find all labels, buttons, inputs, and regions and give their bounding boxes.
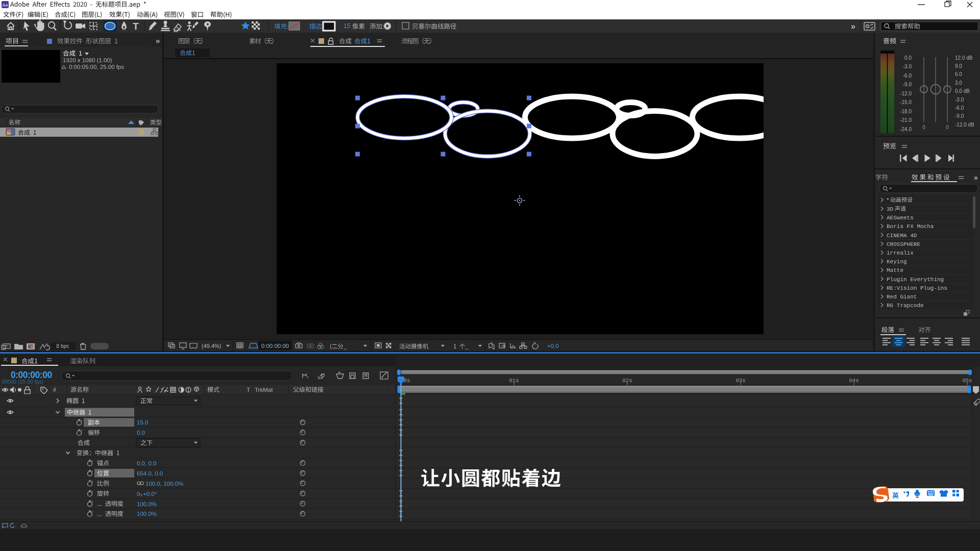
svg-text:RG Trapcode: RG Trapcode xyxy=(887,303,924,309)
svg-text:+0.0: +0.0 xyxy=(547,343,559,349)
svg-text:980 x 551 (1.00): 980 x 551 (1.00) xyxy=(63,57,112,63)
svg-text:-12.0: -12.0 xyxy=(900,91,912,96)
svg-text:Keying: Keying xyxy=(887,259,907,265)
svg-text:-21.0: -21.0 xyxy=(900,117,912,123)
svg-text:T: T xyxy=(133,21,139,32)
svg-text:TrkMat: TrkMat xyxy=(255,387,273,393)
svg-text:AESweets: AESweets xyxy=(887,215,914,221)
svg-text:CROSSPHERE: CROSSPHERE xyxy=(887,241,920,247)
svg-text:RE:Vision Plug-ins: RE:Vision Plug-ins xyxy=(887,285,947,291)
svg-text:12.0 dB: 12.0 dB xyxy=(955,55,973,61)
svg-text:15: 15 xyxy=(344,22,351,30)
svg-text:Red Giant: Red Giant xyxy=(887,294,917,300)
svg-text:0.0, 0.0: 0.0, 0.0 xyxy=(137,460,156,466)
svg-text:-18.0: -18.0 xyxy=(900,109,912,114)
svg-text:0.0: 0.0 xyxy=(137,430,145,436)
svg-text:Plugin Everything: Plugin Everything xyxy=(887,277,944,283)
svg-text:654.0, 0.0: 654.0, 0.0 xyxy=(137,470,163,477)
svg-text:-24.0: -24.0 xyxy=(900,127,912,132)
svg-text:6.0: 6.0 xyxy=(955,71,962,77)
svg-text:0:00:05:00, 25.00 fps: 0:00:05:00, 25.00 fps xyxy=(69,64,124,70)
svg-text:3.0: 3.0 xyxy=(955,80,962,86)
svg-text:#: # xyxy=(53,387,57,393)
svg-text:9.0: 9.0 xyxy=(955,63,962,69)
svg-text:irrealix: irrealix xyxy=(887,250,914,256)
svg-text:-9.0: -9.0 xyxy=(955,113,964,119)
svg-text:Boris FX Mocha: Boris FX Mocha xyxy=(887,223,934,230)
svg-text:100.0%: 100.0% xyxy=(137,511,157,517)
svg-text:15.0: 15.0 xyxy=(137,419,148,425)
svg-text:0:00:00:00: 0:00:00:00 xyxy=(261,343,289,349)
svg-text:CINEMA 4D: CINEMA 4D xyxy=(887,233,917,239)
svg-text:»: » xyxy=(156,36,160,45)
svg-text:100.0%: 100.0% xyxy=(137,501,157,507)
svg-text:-15.0: -15.0 xyxy=(900,99,912,105)
svg-text:0: 0 xyxy=(137,491,140,497)
svg-text:-9.0: -9.0 xyxy=(903,82,912,87)
svg-text:Ae: Ae xyxy=(2,3,8,8)
svg-text:Matte: Matte xyxy=(887,267,903,273)
svg-text:8 bpc: 8 bpc xyxy=(56,343,69,349)
svg-text:00000 (25.00 fps): 00000 (25.00 fps) xyxy=(2,379,43,385)
svg-text:0.0 dB: 0.0 dB xyxy=(955,88,970,94)
svg-text:(49.4%): (49.4%) xyxy=(202,343,222,349)
svg-text:T: T xyxy=(247,387,250,393)
svg-text:*: * xyxy=(886,197,890,204)
svg-text:-3.0: -3.0 xyxy=(955,97,964,103)
svg-text:0: 0 xyxy=(922,124,925,130)
svg-text:3D: 3D xyxy=(887,206,894,212)
svg-text:x: x xyxy=(140,492,143,497)
svg-text:100.0, 100.0%: 100.0, 100.0% xyxy=(145,481,183,487)
svg-text:+0.0°: +0.0° xyxy=(143,491,157,497)
svg-text:-12.0 dB: -12.0 dB xyxy=(955,122,974,128)
svg-text:-3.0: -3.0 xyxy=(903,64,912,69)
svg-text:0s: 0s xyxy=(404,378,410,384)
svg-text:»: » xyxy=(974,173,978,182)
svg-text:-6.0: -6.0 xyxy=(955,105,964,111)
svg-text:-6.0: -6.0 xyxy=(903,73,912,79)
svg-text:»: » xyxy=(851,22,855,31)
svg-text:0.0: 0.0 xyxy=(904,55,912,61)
svg-text:0: 0 xyxy=(946,124,949,130)
